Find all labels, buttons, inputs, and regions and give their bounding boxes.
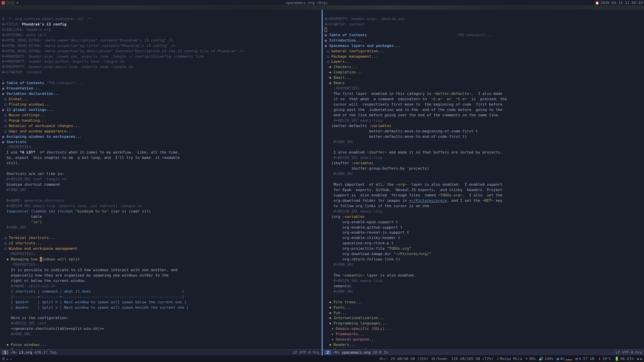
outline-heading[interactable]: Introduction... — [329, 38, 362, 43]
outline-heading[interactable]: Mouse settings... — [9, 113, 47, 117]
properties-drawer[interactable]: :PROPERTIES:... — [9, 252, 42, 256]
outline-heading[interactable]: General configuration... — [331, 49, 385, 53]
code-line: # -*- org-confirm-babel-evaluate: nil -*… — [2, 17, 93, 21]
tray-icon[interactable]: ◆ — [637, 357, 639, 361]
outline-heading[interactable]: Table of Contents — [6, 81, 44, 85]
properties-drawer[interactable]: :PROPERTIES:... — [11, 262, 44, 267]
bullet-icon: ✸ — [329, 300, 333, 304]
tray-icons[interactable]: ◆ ◆ — [637, 357, 642, 361]
outline-heading[interactable]: i3 shortcuts... — [9, 241, 42, 245]
outline-heading[interactable]: Behavior of workspace changes... — [9, 124, 80, 128]
code-line: #+HTML_HEAD_EXTRA: <meta name="descripti… — [2, 38, 173, 43]
outline-heading[interactable]: General-purpose... — [336, 337, 376, 342]
outline-heading[interactable]: Package management... — [331, 54, 378, 59]
src-block-begin: #+BEGIN_SRC emacs-lisp — [334, 209, 383, 214]
ram-icon: ▤ — [576, 357, 578, 361]
lisp-code: org-enable-github-support t — [325, 225, 402, 230]
outline-heading[interactable]: Assigning windows to workspaces... — [6, 134, 82, 139]
outline-heading[interactable]: Popup handling... — [9, 118, 47, 123]
outline-heading[interactable]: Emacs — [334, 81, 345, 85]
left-buffer[interactable]: # -*- org-confirm-babel-evaluate: nil -*… — [0, 10, 321, 349]
heading-tags: :TOC:noexport:... — [44, 81, 84, 85]
outline-heading[interactable]: File trees... — [334, 300, 363, 304]
paragraph-text: to follow org links if the cursor is on … — [334, 204, 431, 208]
outline-heading[interactable]: Gaps and window appearance... — [9, 129, 73, 133]
paragraph-text: still. — [6, 161, 20, 165]
major-mode: Org — [635, 350, 642, 355]
outline-heading[interactable]: Readers... — [334, 343, 356, 347]
temp-status: 🌡 39°C — [598, 357, 611, 361]
code-span: ~TODOs.org~ — [438, 193, 463, 197]
outline-heading[interactable]: Completion... — [334, 70, 363, 74]
outline-heading[interactable]: Table of Contents — [329, 33, 367, 37]
bullet-icon: ○ — [4, 129, 9, 133]
outline-heading[interactable]: Frameworks... — [336, 332, 365, 336]
paragraph-text: layer is also enabled. I enabled support — [407, 182, 502, 187]
menu-icon[interactable]: ☰ — [2, 357, 5, 361]
bullet-icon: ◉ — [2, 86, 6, 90]
window-maximize-icon[interactable] — [11, 1, 14, 5]
src-block-body: bindsym shortcut command — [6, 182, 60, 187]
bullet-icon: ✸ — [329, 81, 333, 85]
lisp-code: org-return-follows-link t) — [325, 257, 400, 261]
outline-heading[interactable]: Shortcuts — [6, 140, 26, 144]
paragraph-text: it so that when a command equivalent to — [334, 97, 431, 101]
bullet-icon: ◉ — [2, 92, 6, 96]
bullet-icon: ✦ — [331, 326, 336, 331]
arrow-icon[interactable]: ↗ — [10, 357, 12, 361]
window-controls — [1, 1, 14, 5]
outline-heading[interactable]: Internationalization... — [334, 316, 385, 320]
link-text[interactable]: =~/Pictures/org/= — [409, 198, 447, 203]
paragraph-text: key — [493, 198, 502, 203]
outline-heading[interactable]: Presentation... — [6, 86, 40, 90]
outline-heading[interactable]: Managing how windows will split — [11, 257, 80, 261]
lisp-code: ( — [2, 209, 9, 214]
code-span: ~semantic~ — [342, 273, 365, 278]
cursor-block — [325, 27, 327, 32]
ram-status: ▤ 4.57 GB — [576, 357, 594, 361]
play-icon[interactable]: ▸ — [6, 357, 8, 361]
properties-drawer[interactable]: :PROPERTIES:... — [334, 86, 367, 90]
outline-heading[interactable]: Window and workspace management — [9, 246, 77, 251]
outline-heading[interactable]: Fun... — [334, 311, 347, 315]
heading-tags: :TOC:noexport:... — [456, 33, 494, 37]
src-block-begin: #+BEGIN_SRC conf :tangle no — [6, 177, 66, 181]
bullet-icon: ✸ — [6, 257, 11, 261]
tray-icon[interactable]: ◆ — [640, 357, 642, 361]
src-block-end: #+END_SRC — [334, 262, 354, 267]
table-row: |-----------+---------+-----------------… — [4, 295, 184, 299]
bullet-icon: ✦ — [331, 332, 336, 336]
paragraph-text: , and I set the — [447, 198, 482, 203]
window-close-icon[interactable] — [1, 1, 5, 5]
outline-heading[interactable]: Terminal shortcuts... — [9, 236, 55, 240]
outline-heading[interactable]: Fonts... — [334, 305, 352, 310]
bullet-icon: ◉ — [2, 140, 6, 144]
outline-heading[interactable]: Domain-specific (DSLs)... — [336, 326, 391, 331]
outline-heading[interactable]: Programming languages... — [334, 321, 387, 325]
now-playing: ♪ Marpa Mila — [497, 357, 522, 361]
outline-heading[interactable]: Floating windows... — [9, 102, 51, 107]
outline-heading[interactable]: Global... — [9, 97, 29, 101]
outline-heading[interactable]: Checkers... — [334, 65, 358, 69]
outline-heading[interactable]: Email... — [334, 75, 352, 80]
src-block-end: #+END_SRC — [334, 172, 354, 176]
outline-heading[interactable]: Focus windows... — [11, 343, 47, 347]
outline-heading[interactable]: i3 global settings... — [6, 108, 53, 112]
paragraph-text: right or below the current window. — [11, 279, 87, 283]
name-directive: #+NAME: split-win-sh — [11, 284, 55, 288]
right-buffer[interactable]: #+PROPERTY: header-args: :mkdirp yes #+S… — [323, 10, 644, 349]
properties-drawer[interactable]: :PROPERTIES:... — [6, 145, 40, 149]
modeline-right: 2 <N> spacemacs.org 10:0 1% LF UTF-8 Org — [323, 349, 644, 355]
code-line: #+STARTUP: content — [2, 70, 42, 74]
outline-heading[interactable]: Layers... — [331, 59, 352, 64]
bullet-icon: ○ — [4, 246, 9, 251]
bullet-icon: ◉ — [325, 44, 329, 48]
buffer-name: i3.org — [19, 350, 33, 355]
window-minimize-icon[interactable] — [6, 1, 10, 5]
code-line: #+HTML_HEAD_EXTRA: <meta property="og:de… — [2, 49, 244, 53]
outline-heading[interactable]: Variables declaration... — [6, 92, 60, 96]
cursor-position: 438:17 Top — [34, 350, 56, 355]
outline-heading[interactable]: Spacemacs layers and packages... — [329, 44, 400, 48]
lisp-code: spaceline-org-clock-p t — [325, 241, 393, 245]
disk-icon: ⛁ — [380, 357, 383, 361]
